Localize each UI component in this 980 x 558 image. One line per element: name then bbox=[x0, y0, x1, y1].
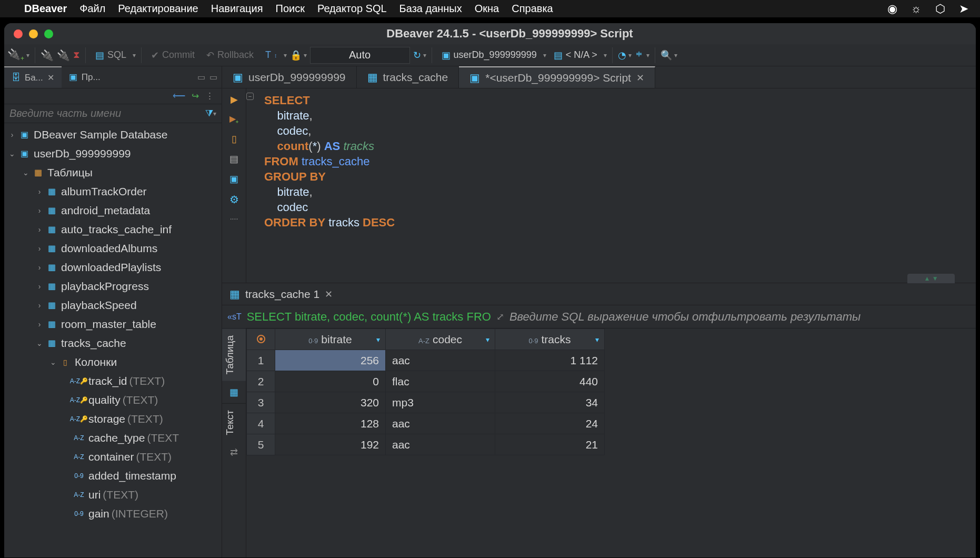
connect-icon[interactable]: 🔌 bbox=[41, 49, 54, 62]
cell-codec[interactable]: flac bbox=[386, 371, 495, 392]
search-icon[interactable]: 🔍 bbox=[661, 49, 672, 61]
more-icon[interactable]: ···· bbox=[230, 214, 238, 223]
tree-column-container[interactable]: A-Zcontainer (TEXT) bbox=[4, 447, 222, 466]
navigator-tab-databases[interactable]: 🗄 Ба... ✕ bbox=[4, 66, 62, 88]
tree-db-user[interactable]: ⌄▣userDb_999999999 bbox=[4, 144, 222, 163]
cell-bitrate[interactable]: 320 bbox=[275, 392, 386, 413]
row-number[interactable]: 2 bbox=[247, 371, 275, 392]
cell-codec[interactable]: aac bbox=[386, 434, 495, 455]
code-area[interactable]: − SELECT bitrate, codec, count(*) AS tra… bbox=[246, 88, 976, 283]
txn-mode-menu[interactable]: ▾ bbox=[284, 52, 287, 59]
nav-back-icon[interactable]: ⟵ bbox=[173, 91, 185, 102]
commit-button[interactable]: ✔ Commit bbox=[147, 48, 199, 62]
grid-view-icon[interactable]: ▦ bbox=[229, 381, 238, 403]
cell-bitrate[interactable]: 128 bbox=[275, 413, 386, 434]
menu-window[interactable]: Окна bbox=[475, 3, 499, 15]
maximize-window-button[interactable] bbox=[44, 29, 53, 38]
funnel-icon[interactable]: ⧩ bbox=[205, 108, 213, 119]
results-tab[interactable]: ▦ tracks_cache 1 ✕ bbox=[229, 288, 333, 301]
split-handle[interactable]: ▲ ▼ bbox=[907, 274, 955, 283]
tree-column-gain[interactable]: 0-9gain (INTEGER) bbox=[4, 504, 222, 523]
dashboard-icon[interactable]: ◔ bbox=[618, 49, 626, 61]
editor-tab-table[interactable]: ▦ tracks_cache bbox=[357, 66, 459, 88]
history-menu[interactable]: ▾ bbox=[423, 52, 426, 59]
execute-icon[interactable]: ▶ bbox=[231, 94, 238, 105]
expand-icon[interactable]: ⤢ bbox=[496, 311, 504, 323]
tree-folder-columns[interactable]: ⌄▯Колонки bbox=[4, 353, 222, 372]
cell-bitrate[interactable]: 192 bbox=[275, 434, 386, 455]
history-icon[interactable]: ↻ bbox=[413, 49, 421, 61]
tree-table-room_master_table[interactable]: ›▦room_master_table bbox=[4, 315, 222, 334]
column-header-bitrate[interactable]: 0·9bitrate▾ bbox=[275, 329, 386, 350]
row-number[interactable]: 3 bbox=[247, 392, 275, 413]
sql-editor-button[interactable]: ▤ SQL bbox=[91, 48, 131, 62]
close-icon[interactable]: ✕ bbox=[636, 72, 644, 84]
brightness-icon[interactable]: ☼ bbox=[911, 2, 922, 16]
menu-help[interactable]: Справка bbox=[512, 3, 553, 15]
minimize-window-button[interactable] bbox=[29, 29, 38, 38]
projects-icon[interactable]: ⫩ bbox=[635, 49, 644, 61]
cell-bitrate[interactable]: 256 bbox=[275, 350, 386, 371]
row-number[interactable]: 1 bbox=[247, 350, 275, 371]
explain-icon[interactable]: ▤ bbox=[229, 153, 238, 165]
datasource-menu[interactable]: ▾ bbox=[543, 52, 546, 59]
app-name[interactable]: DBeaver bbox=[24, 3, 67, 15]
sql-toggle-icon[interactable]: «sT bbox=[227, 312, 242, 322]
column-header-codec[interactable]: A-Zcodec▾ bbox=[386, 329, 495, 350]
tree-folder-tables[interactable]: ⌄▦Таблицы bbox=[4, 163, 222, 182]
tree-table-playbackProgress[interactable]: ›▦playbackProgress bbox=[4, 277, 222, 296]
tree-column-cache_type[interactable]: A-Zcache_type (TEXT bbox=[4, 429, 222, 447]
shield-icon[interactable]: ⬡ bbox=[935, 2, 945, 16]
cell-codec[interactable]: mp3 bbox=[386, 392, 495, 413]
schema-selector[interactable]: ▤ < N/A > bbox=[549, 48, 602, 62]
grid-corner[interactable] bbox=[247, 329, 275, 350]
disconnect-icon[interactable]: ⧗ bbox=[73, 49, 80, 61]
filter-menu[interactable]: ▾ bbox=[213, 110, 216, 117]
menu-sql-editor[interactable]: Редактор SQL bbox=[317, 3, 387, 15]
tree-table-albumTrackOrder[interactable]: ›▦albumTrackOrder bbox=[4, 182, 222, 201]
editor-tab-script[interactable]: ▣ *<userDb_999999999> Script ✕ bbox=[459, 66, 655, 88]
console-icon[interactable]: ▣ bbox=[229, 173, 238, 185]
sql-menu[interactable]: ▾ bbox=[133, 52, 136, 59]
tree-column-quality[interactable]: A-Z🔑quality (TEXT) bbox=[4, 391, 222, 410]
filter-placeholder[interactable]: Введите SQL выражение чтобы отфильтроват… bbox=[509, 310, 971, 324]
tree-table-downloadedPlaylists[interactable]: ›▦downloadedPlaylists bbox=[4, 258, 222, 277]
editor-tab-db[interactable]: ▣ userDb_999999999 bbox=[222, 66, 357, 88]
cell-tracks[interactable]: 34 bbox=[495, 392, 605, 413]
lock-menu[interactable]: ▾ bbox=[304, 52, 307, 59]
close-icon[interactable]: ✕ bbox=[325, 288, 333, 300]
lock-icon[interactable]: 🔒 bbox=[290, 49, 302, 61]
macos-menu-bar[interactable]: DBeaver Файл Редактирование Навигация По… bbox=[0, 0, 980, 17]
tree-db-sample[interactable]: ›▣DBeaver Sample Database bbox=[4, 125, 222, 144]
fold-icon[interactable]: − bbox=[246, 93, 254, 100]
table-row[interactable]: 5192aac21 bbox=[247, 434, 605, 455]
menu-search[interactable]: Поиск bbox=[276, 3, 305, 15]
telegram-icon[interactable]: ➤ bbox=[959, 2, 968, 16]
navigator-tree[interactable]: ›▣DBeaver Sample Database⌄▣userDb_999999… bbox=[4, 123, 222, 557]
txn-mode-button[interactable]: T↕ bbox=[261, 48, 282, 62]
datasource-selector[interactable]: ▣ userDb_999999999 bbox=[437, 48, 541, 62]
tree-table-tracks_cache[interactable]: ⌄▦tracks_cache bbox=[4, 334, 222, 353]
execute-page-icon[interactable]: ▯ bbox=[232, 133, 237, 145]
execute-script-icon[interactable]: ▶+ bbox=[229, 114, 239, 125]
menu-database[interactable]: База данных bbox=[399, 3, 462, 15]
projects-menu[interactable]: ▾ bbox=[646, 52, 649, 59]
menu-navigation[interactable]: Навигация bbox=[211, 3, 263, 15]
row-number[interactable]: 4 bbox=[247, 413, 275, 434]
search-menu[interactable]: ▾ bbox=[674, 52, 677, 59]
tree-table-android_metadata[interactable]: ›▦android_metadata bbox=[4, 201, 222, 220]
nav-forward-icon[interactable]: ↪ bbox=[192, 91, 199, 102]
view-tab-table[interactable]: Таблица bbox=[222, 328, 246, 381]
table-row[interactable]: 3320mp334 bbox=[247, 392, 605, 413]
table-row[interactable]: 4128aac24 bbox=[247, 413, 605, 434]
nav-menu-icon[interactable]: ⋮ bbox=[205, 91, 214, 102]
reconnect-icon[interactable]: 🔌 bbox=[57, 49, 70, 62]
restore-icon[interactable]: ▭ bbox=[209, 72, 217, 82]
rollback-button[interactable]: ↶ Rollback bbox=[202, 48, 258, 62]
dashboard-menu[interactable]: ▾ bbox=[628, 52, 632, 59]
menu-file[interactable]: Файл bbox=[79, 3, 105, 15]
cell-codec[interactable]: aac bbox=[386, 350, 495, 371]
navigator-filter-input[interactable] bbox=[9, 107, 205, 119]
cell-tracks[interactable]: 440 bbox=[495, 371, 605, 392]
close-window-button[interactable] bbox=[14, 29, 23, 38]
